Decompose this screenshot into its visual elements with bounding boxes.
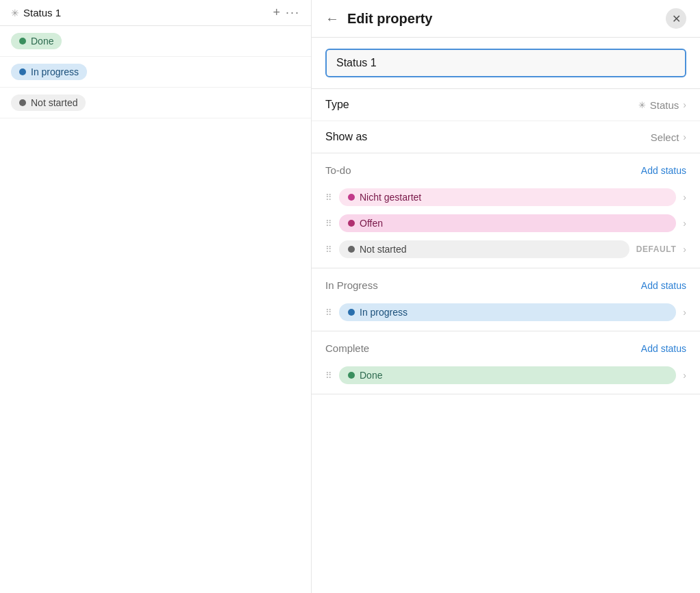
nicht-gestartet-label: Nicht gestartet xyxy=(360,192,421,203)
property-name-input[interactable] xyxy=(325,49,686,77)
status-row: Not started xyxy=(0,88,311,118)
not-started-item-chevron-icon: › xyxy=(683,244,686,255)
property-rows: Type ✳ Status › Show as Select › xyxy=(312,89,700,153)
in-progress-item-badge: In progress xyxy=(339,303,676,321)
done-item-chevron-icon: › xyxy=(683,370,686,381)
offen-label: Offen xyxy=(360,218,383,229)
complete-group-label: Complete xyxy=(325,342,369,354)
right-panel: ← Edit property ✕ Type ✳ Status › Show a… xyxy=(312,0,700,593)
type-row[interactable]: Type ✳ Status › xyxy=(312,89,700,121)
in-progress-dot xyxy=(19,68,26,75)
todo-group-header: To-do Add status xyxy=(312,164,700,184)
drag-handle-icon[interactable]: ⠿ xyxy=(325,192,332,203)
name-input-section xyxy=(312,38,700,89)
show-as-value-text: Select xyxy=(651,131,679,143)
show-as-value: Select › xyxy=(651,131,686,143)
show-as-row[interactable]: Show as Select › xyxy=(312,121,700,153)
list-item: ⠿ Done › xyxy=(312,362,700,388)
status-row: In progress xyxy=(0,57,311,88)
not-started-badge: Not started xyxy=(11,94,86,111)
list-item: ⠿ Offen › xyxy=(312,210,700,236)
type-label: Type xyxy=(325,99,638,111)
left-header-title-text: Status 1 xyxy=(23,7,61,18)
not-started-item-label: Not started xyxy=(360,244,406,255)
show-as-chevron-icon: › xyxy=(683,131,686,142)
close-button[interactable]: ✕ xyxy=(666,8,686,29)
todo-group-label: To-do xyxy=(325,164,351,176)
offen-badge: Offen xyxy=(339,214,676,232)
type-value: ✳ Status › xyxy=(638,99,686,111)
in-progress-badge: In progress xyxy=(11,64,87,80)
in-progress-item-label: In progress xyxy=(360,307,408,318)
type-chevron-icon: › xyxy=(683,99,686,110)
not-started-item-badge: Not started xyxy=(339,240,629,258)
type-icon: ✳ xyxy=(638,100,646,110)
done-dot xyxy=(19,38,26,45)
default-badge: DEFAULT xyxy=(636,244,677,254)
drag-handle-icon[interactable]: ⠿ xyxy=(325,307,332,318)
status-list: Done In progress Not started xyxy=(0,26,311,118)
done-label: Done xyxy=(31,36,53,47)
type-value-text: Status xyxy=(650,99,679,111)
show-as-label: Show as xyxy=(325,131,651,143)
status-row: Done xyxy=(0,26,311,57)
add-button[interactable]: + xyxy=(273,5,280,20)
left-header-title: ✳ Status 1 xyxy=(11,7,267,18)
not-started-item-dot xyxy=(348,246,355,253)
left-header-actions: + ··· xyxy=(273,5,300,20)
offen-chevron-icon: › xyxy=(683,218,686,229)
not-started-dot xyxy=(19,99,26,106)
offen-dot xyxy=(348,220,355,227)
nicht-gestartet-badge: Nicht gestartet xyxy=(339,188,676,206)
in-progress-group-header: In Progress Add status xyxy=(312,279,700,299)
nicht-gestartet-dot xyxy=(348,194,355,201)
panel-title: Edit property xyxy=(347,11,658,27)
drag-handle-icon[interactable]: ⠿ xyxy=(325,370,332,381)
in-progress-label: In progress xyxy=(31,66,79,77)
list-item: ⠿ Nicht gestartet › xyxy=(312,184,700,210)
panel-header: ← Edit property ✕ xyxy=(312,0,700,38)
not-started-label: Not started xyxy=(31,97,77,108)
in-progress-add-status-button[interactable]: Add status xyxy=(641,280,686,291)
done-item-dot xyxy=(348,372,355,379)
status-groups: To-do Add status ⠿ Nicht gestartet › ⠿ O… xyxy=(312,153,700,593)
left-header: ✳ Status 1 + ··· xyxy=(0,0,311,26)
in-progress-item-dot xyxy=(348,309,355,316)
todo-add-status-button[interactable]: Add status xyxy=(641,165,686,176)
more-button[interactable]: ··· xyxy=(286,5,300,20)
list-item: ⠿ In progress › xyxy=(312,299,700,325)
complete-group-header: Complete Add status xyxy=(312,342,700,362)
done-badge: Done xyxy=(11,33,62,49)
drag-handle-icon[interactable]: ⠿ xyxy=(325,244,332,255)
in-progress-group: In Progress Add status ⠿ In progress › xyxy=(312,268,700,331)
status-icon: ✳ xyxy=(11,8,19,18)
nicht-gestartet-chevron-icon: › xyxy=(683,192,686,203)
drag-handle-icon[interactable]: ⠿ xyxy=(325,218,332,229)
back-button[interactable]: ← xyxy=(325,11,339,27)
done-item-badge: Done xyxy=(339,366,676,384)
in-progress-item-chevron-icon: › xyxy=(683,307,686,318)
todo-group: To-do Add status ⠿ Nicht gestartet › ⠿ O… xyxy=(312,153,700,268)
in-progress-group-label: In Progress xyxy=(325,279,378,291)
done-item-label: Done xyxy=(360,370,382,381)
left-panel: ✳ Status 1 + ··· Done In progress N xyxy=(0,0,312,593)
complete-group: Complete Add status ⠿ Done › xyxy=(312,331,700,394)
complete-add-status-button[interactable]: Add status xyxy=(641,343,686,354)
list-item: ⠿ Not started DEFAULT › xyxy=(312,236,700,262)
